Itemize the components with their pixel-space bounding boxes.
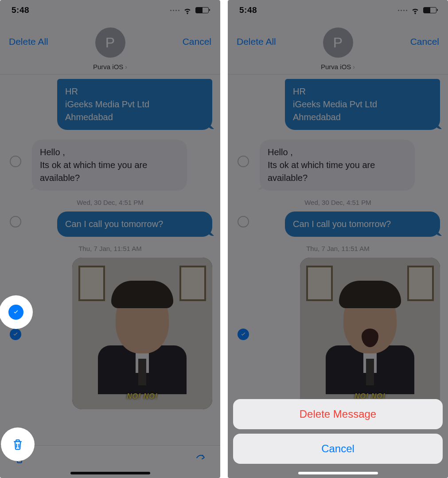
timestamp: Thu, 7 Jan, 11:51 AM [0, 245, 220, 252]
cancel-button[interactable]: Cancel [183, 36, 211, 47]
message-sent[interactable]: HR iGeeks Media Pvt Ltd Ahmedabad [285, 79, 440, 130]
chevron-right-icon: › [353, 63, 355, 71]
select-circle[interactable] [10, 156, 21, 167]
home-indicator[interactable] [70, 472, 150, 474]
nav-bar: Delete All Cancel P Purva iOS › [0, 20, 220, 74]
battery-icon [423, 7, 436, 13]
action-sheet-cancel-button[interactable]: Cancel [233, 434, 443, 464]
contact-name[interactable]: Purva iOS › [321, 63, 355, 71]
signal-dots-icon [170, 10, 179, 11]
select-circle[interactable] [238, 216, 249, 227]
wifi-icon [183, 6, 192, 15]
status-bar: 5:48 [228, 0, 448, 20]
message-image[interactable]: NO! NO! [72, 258, 212, 409]
action-sheet: Delete Message Cancel [233, 399, 443, 468]
gif-caption: NO! NO! [127, 392, 158, 400]
delete-all-button[interactable]: Delete All [9, 36, 48, 47]
messages-list[interactable]: HR iGeeks Media Pvt Ltd Ahmedabad Hello … [0, 74, 220, 445]
delete-all-button[interactable]: Delete All [237, 36, 276, 47]
select-circle-checked[interactable] [10, 329, 21, 340]
messages-list[interactable]: HR iGeeks Media Pvt Ltd Ahmedabad Hello … [228, 74, 448, 445]
status-bar: 5:48 [0, 0, 220, 20]
delete-message-button[interactable]: Delete Message [233, 399, 443, 429]
select-circle-checked[interactable] [238, 329, 249, 340]
screenshot-left: 5:48 Delete All Cancel P Purva iOS › [0, 0, 220, 478]
message-received[interactable]: Hello , Its ok at which time you are ava… [32, 140, 187, 191]
contact-avatar[interactable]: P [323, 27, 353, 58]
message-sent[interactable]: HR iGeeks Media Pvt Ltd Ahmedabad [57, 79, 212, 130]
select-circle[interactable] [238, 156, 249, 167]
cancel-button[interactable]: Cancel [410, 36, 439, 47]
chevron-right-icon: › [125, 63, 127, 71]
battery-icon [195, 7, 209, 13]
message-received[interactable]: Hello , Its ok at which time you are ava… [260, 140, 415, 191]
timestamp: Thu, 7 Jan, 11:51 AM [228, 245, 448, 252]
message-sent[interactable]: Can I call you tomorrow? [57, 212, 212, 237]
nav-bar: Delete All Cancel P Purva iOS › [228, 20, 448, 74]
highlight-checkmark [0, 295, 33, 329]
message-image[interactable]: NO! NO! [300, 258, 440, 409]
message-sent[interactable]: Can I call you tomorrow? [285, 212, 440, 237]
select-circle[interactable] [10, 216, 21, 227]
timestamp: Wed, 30 Dec, 4:51 PM [0, 199, 220, 206]
contact-name[interactable]: Purva iOS › [93, 63, 127, 71]
contact-avatar[interactable]: P [95, 27, 125, 58]
signal-dots-icon [398, 10, 407, 11]
timestamp: Wed, 30 Dec, 4:51 PM [228, 199, 448, 206]
home-indicator[interactable] [298, 472, 378, 474]
highlight-trash [1, 427, 35, 461]
share-icon[interactable] [195, 452, 207, 466]
clock: 5:48 [239, 5, 257, 15]
clock: 5:48 [12, 5, 29, 15]
screenshot-right: 5:48 Delete All Cancel P Purva iOS › [228, 0, 448, 478]
wifi-icon [411, 6, 420, 15]
check-icon [8, 305, 23, 320]
